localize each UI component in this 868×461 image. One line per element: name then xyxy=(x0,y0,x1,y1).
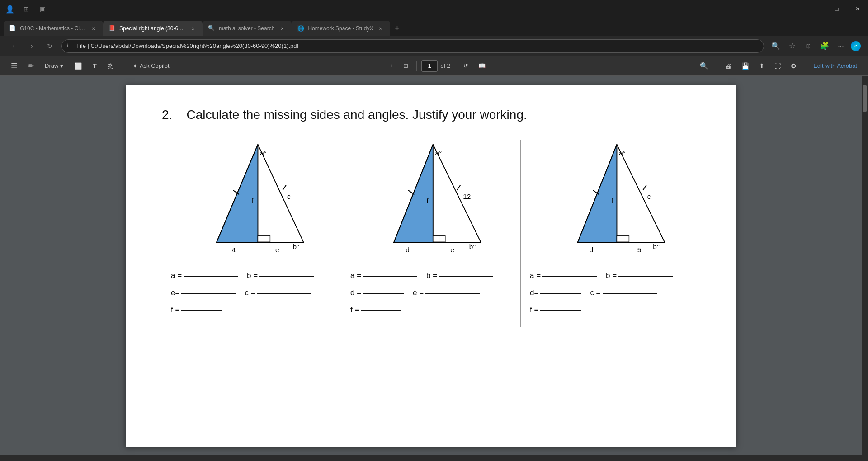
answer-fields-2: a = b = d = xyxy=(350,267,511,327)
zoom-in-button[interactable]: + xyxy=(387,59,397,73)
pdf-page: 2. Calculate the missing sides and angle… xyxy=(126,85,736,447)
draw-dropdown[interactable]: Draw ▾ xyxy=(41,59,67,73)
more-options-icon[interactable]: ··· xyxy=(835,40,847,52)
svg-text:d: d xyxy=(590,246,594,254)
window-controls: − □ ✕ xyxy=(806,0,868,18)
save-button[interactable]: 💾 xyxy=(738,59,753,73)
label-e: e= xyxy=(171,288,179,297)
favorites-icon[interactable]: ☆ xyxy=(786,40,798,52)
svg-text:e: e xyxy=(275,246,279,254)
label-a2: a = xyxy=(350,271,361,280)
title-bar: 👤 ⊞ ▣ − □ ✕ xyxy=(0,0,868,18)
address-text: File | C:/Users/abdal/Downloads/Special%… xyxy=(76,42,298,49)
svg-rect-27 xyxy=(623,236,629,242)
settings-button[interactable]: ⚙ xyxy=(787,59,800,73)
scroll-wrapper: 2. Calculate the missing sides and angle… xyxy=(0,76,868,461)
tab-g10c[interactable]: 📄 G10C - Mathematics - Class flow ✕ xyxy=(4,21,103,36)
fit-page-button[interactable]: ⊞ xyxy=(400,59,412,73)
answer-item-b: b = xyxy=(247,271,314,280)
tab-manager-icon[interactable]: ⊞ xyxy=(20,3,33,15)
reload-button[interactable]: ↻ xyxy=(43,40,56,52)
line-a2 xyxy=(363,276,417,277)
tab-title-2: Special right angle (30-60-90) (1) xyxy=(119,25,185,32)
book-view-button[interactable]: 📖 xyxy=(475,59,489,73)
rotate-button[interactable]: ↺ xyxy=(460,59,472,73)
answer-row-2a: a = b = xyxy=(350,271,511,280)
label-b: b = xyxy=(247,271,258,280)
answer-row-1a: a = b = xyxy=(171,271,332,280)
tab-title-3: math ai solver - Search xyxy=(219,25,274,32)
split-icon[interactable]: ▣ xyxy=(36,3,49,15)
svg-text:a°: a° xyxy=(260,149,267,157)
triangle-diagram-3: a° c f b° d 5 xyxy=(547,140,674,258)
close-button[interactable]: ✕ xyxy=(847,0,868,18)
label-c3: c = xyxy=(590,288,600,297)
scrollbar-vertical[interactable] xyxy=(862,76,868,461)
page-total: of 2 xyxy=(440,62,450,69)
profile-icon[interactable]: 👤 xyxy=(4,3,16,15)
search-pdf-button[interactable]: 🔍 xyxy=(696,59,712,73)
back-button[interactable]: ‹ xyxy=(7,40,20,52)
answer-fields-1: a = b = e= xyxy=(171,267,332,327)
share-button[interactable]: ⬆ xyxy=(755,59,768,73)
scrollbar-thumb-vertical[interactable] xyxy=(863,85,867,112)
line-d3 xyxy=(540,293,581,294)
edge-logo: e xyxy=(851,41,861,51)
collections-icon[interactable]: ⎅ xyxy=(802,40,815,52)
tab-close-4[interactable]: ✕ xyxy=(377,24,385,33)
tab-close-2[interactable]: ✕ xyxy=(189,24,197,33)
zoom-icon[interactable]: 🔍 xyxy=(769,40,782,52)
translate-button[interactable]: あ xyxy=(104,59,118,73)
pdf-toolbar: ☰ ✏ Draw ▾ ⬜ T あ ✦ Ask Copilot − + ⊞ of … xyxy=(0,56,868,76)
line-e2 xyxy=(425,293,480,294)
extensions-icon[interactable]: 🧩 xyxy=(818,40,831,52)
minimize-button[interactable]: − xyxy=(806,0,826,18)
answer-item-c: c = xyxy=(245,288,311,297)
svg-line-5 xyxy=(283,185,286,190)
label-b2: b = xyxy=(426,271,437,280)
tab-homework-space[interactable]: 🌐 Homework Space - StudyX ✕ xyxy=(292,21,390,36)
triangle-section-3: a° c f b° d 5 a = xyxy=(521,140,700,327)
answer-item-a3: a = xyxy=(530,271,597,280)
title-bar-left: 👤 ⊞ ▣ xyxy=(4,3,49,15)
tab-favicon-3: 🔍 xyxy=(208,25,215,32)
answer-item-e2: e = xyxy=(413,288,480,297)
tab-favicon-1: 📄 xyxy=(9,25,16,32)
annotations-button[interactable]: ☰ xyxy=(7,59,21,73)
text-button[interactable]: T xyxy=(89,59,100,73)
print-button[interactable]: 🖨 xyxy=(722,59,735,73)
address-bar: ‹ › ↻ ℹ File | C:/Users/abdal/Downloads/… xyxy=(0,36,868,56)
tab-close-3[interactable]: ✕ xyxy=(278,24,286,33)
draw-tools-button[interactable]: ✏ xyxy=(24,59,38,73)
label-c: c = xyxy=(245,288,255,297)
draw-chevron: ▾ xyxy=(60,62,63,69)
answer-item-f2: f = xyxy=(350,306,401,315)
svg-text:e: e xyxy=(450,246,454,254)
answer-row-1b: e= c = xyxy=(171,288,332,297)
tab-math-ai[interactable]: 🔍 math ai solver - Search ✕ xyxy=(203,21,292,36)
ask-copilot-button[interactable]: ✦ Ask Copilot xyxy=(129,59,173,73)
tab-close-1[interactable]: ✕ xyxy=(90,24,98,33)
line-d2 xyxy=(363,293,404,294)
edit-with-acrobat-button[interactable]: Edit with Acrobat xyxy=(810,59,861,73)
svg-rect-14 xyxy=(433,236,439,242)
tab-special-right-angle[interactable]: 📕 Special right angle (30-60-90) (1) ✕ xyxy=(103,21,203,36)
answer-row-3b: d= c = xyxy=(530,288,691,297)
line-a xyxy=(184,276,238,277)
pdf-right-tools: 🔍 🖨 💾 ⬆ ⛶ ⚙ Edit with Acrobat xyxy=(696,59,861,73)
svg-text:b°: b° xyxy=(292,243,299,250)
forward-button[interactable]: › xyxy=(25,40,38,52)
answer-item-a: a = xyxy=(171,271,238,280)
scrollbar-horizontal[interactable] xyxy=(0,455,868,461)
fullscreen-button[interactable]: ⛶ xyxy=(771,59,784,73)
separator-5 xyxy=(805,61,805,71)
answer-row-2b: d = e = xyxy=(350,288,511,297)
erase-button[interactable]: ⬜ xyxy=(71,59,85,73)
zoom-out-button[interactable]: − xyxy=(373,59,384,73)
page-number-input[interactable] xyxy=(421,60,438,72)
maximize-button[interactable]: □ xyxy=(826,0,847,18)
new-tab-button[interactable]: + xyxy=(390,21,404,36)
label-a: a = xyxy=(171,271,182,280)
address-input[interactable]: ℹ File | C:/Users/abdal/Downloads/Specia… xyxy=(61,39,764,53)
line-a3 xyxy=(542,276,597,277)
